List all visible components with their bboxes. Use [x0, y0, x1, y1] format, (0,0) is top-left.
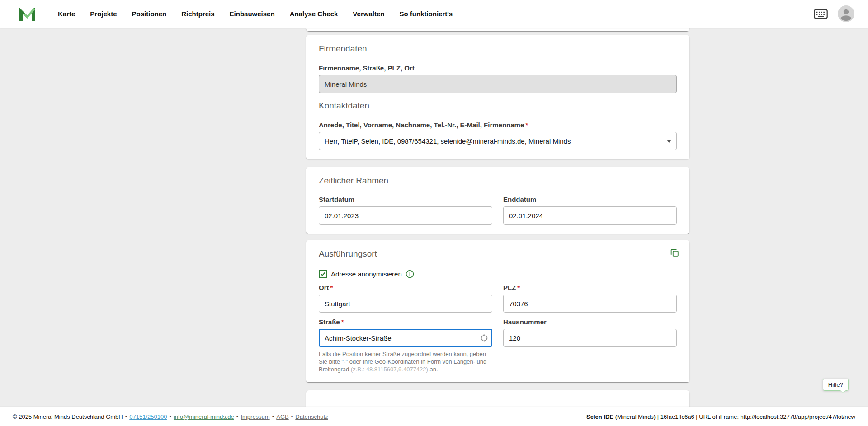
- company-input: [319, 75, 677, 93]
- nav-item-analyse-check[interactable]: Analyse Check: [290, 10, 338, 18]
- ort-label-text: Ort: [319, 284, 329, 291]
- info-icon[interactable]: [406, 270, 414, 278]
- section-title-firmendaten: Firmendaten: [319, 43, 677, 54]
- footer-impressum-link[interactable]: Impressum: [241, 413, 269, 420]
- hausnummer-label: Hausnummer: [503, 318, 677, 326]
- top-navigation: Karte Projekte Positionen Richtpreis Ein…: [0, 0, 868, 28]
- footer-ide-details: (Mineral Minds) | 16fae1ffc6a6 | URL of …: [613, 413, 855, 420]
- footer-separator: •: [272, 413, 274, 420]
- hausnummer-field: Hausnummer: [503, 318, 677, 347]
- enddatum-field: Enddatum: [503, 196, 677, 225]
- next-card-partial: [306, 390, 689, 407]
- divider: [319, 115, 677, 115]
- card-firmendaten: Firmendaten Firmenname, Straße, PLZ, Ort…: [306, 35, 689, 159]
- plz-input[interactable]: [503, 295, 677, 313]
- strasse-input[interactable]: [319, 329, 492, 347]
- nav-item-so-funktionierts[interactable]: So funktioniert's: [399, 10, 453, 18]
- section-title-kontaktdaten: Kontaktdaten: [319, 100, 677, 111]
- previous-card-partial: [306, 28, 689, 31]
- plz-field: PLZ*: [503, 284, 677, 313]
- nav-item-einbauweisen[interactable]: Einbauweisen: [230, 10, 275, 18]
- required-asterisk: *: [341, 318, 344, 326]
- help-button[interactable]: Hilfe?: [823, 379, 849, 391]
- section-title-ausfuehrungsort: Ausführungsort: [319, 248, 677, 259]
- strasse-label: Straße*: [319, 318, 492, 326]
- ort-input[interactable]: [319, 295, 492, 313]
- footer-separator: •: [125, 413, 127, 420]
- anonymize-label: Adresse anonymisieren: [331, 270, 402, 278]
- footer-separator: •: [236, 413, 239, 420]
- helper-text-part2: an.: [428, 366, 438, 373]
- card-ausfuehrungsort: Ausführungsort Adresse anonymisieren: [306, 240, 689, 382]
- plz-label: PLZ*: [503, 284, 677, 292]
- ort-label: Ort*: [319, 284, 492, 292]
- hausnummer-input[interactable]: [503, 329, 677, 347]
- footer-phone-link[interactable]: 07151/250100: [129, 413, 167, 420]
- footer: © 2025 Mineral Minds Deutschland GmbH • …: [0, 407, 868, 426]
- card-zeitlicher-rahmen: Zeitlicher Rahmen Startdatum Enddatum: [306, 167, 689, 234]
- helper-text-coords: (z.B.: 48.8115607,9.4077422): [351, 366, 428, 373]
- footer-agb-link[interactable]: AGB: [276, 413, 288, 420]
- strasse-field: Straße*: [319, 318, 492, 347]
- nav-item-verwalten[interactable]: Verwalten: [353, 10, 384, 18]
- footer-ide-name: Selen IDE: [586, 413, 613, 420]
- footer-separator: •: [291, 413, 293, 420]
- divider: [319, 190, 677, 190]
- footer-separator: •: [169, 413, 171, 420]
- startdatum-input[interactable]: [319, 206, 492, 225]
- startdatum-field: Startdatum: [319, 196, 492, 225]
- startdatum-label: Startdatum: [319, 196, 492, 204]
- copy-icon[interactable]: [670, 248, 679, 259]
- contact-select[interactable]: Herr, TitelP, Selen, IDE, 0987/654321, s…: [319, 132, 677, 150]
- strasse-label-text: Straße: [319, 318, 340, 326]
- enddatum-label: Enddatum: [503, 196, 677, 204]
- enddatum-input[interactable]: [503, 206, 677, 225]
- footer-ide-info: Selen IDE (Mineral Minds) | 16fae1ffc6a6…: [586, 413, 855, 420]
- nav-item-karte[interactable]: Karte: [58, 10, 75, 18]
- nav-item-richtpreis[interactable]: Richtpreis: [181, 10, 214, 18]
- keyboard-icon[interactable]: [814, 9, 828, 19]
- form-column: Firmendaten Firmenname, Straße, PLZ, Ort…: [306, 28, 689, 407]
- required-asterisk: *: [517, 284, 520, 291]
- contact-select-value: Herr, TitelP, Selen, IDE, 0987/654321, s…: [325, 137, 571, 145]
- footer-email-link[interactable]: info@mineral-minds.de: [174, 413, 234, 420]
- chevron-down-icon: [667, 140, 671, 143]
- divider: [319, 263, 677, 263]
- plz-label-text: PLZ: [503, 284, 516, 291]
- nav-item-positionen[interactable]: Positionen: [132, 10, 167, 18]
- divider: [319, 58, 677, 58]
- main-content: Firmendaten Firmenname, Straße, PLZ, Ort…: [0, 28, 868, 407]
- ort-field: Ort*: [319, 284, 492, 313]
- contact-field-label: Anrede, Titel, Vorname, Nachname, Tel.-N…: [319, 121, 677, 129]
- footer-copyright: © 2025 Mineral Minds Deutschland GmbH: [13, 413, 123, 420]
- strasse-helper-text: Falls die Position keiner Straße zugeord…: [319, 350, 492, 373]
- section-title-zeitraum: Zeitlicher Rahmen: [319, 175, 677, 186]
- nav-right-actions: [814, 5, 854, 22]
- company-field-label: Firmenname, Straße, PLZ, Ort: [319, 64, 677, 72]
- nav-menu: Karte Projekte Positionen Richtpreis Ein…: [58, 10, 453, 18]
- required-asterisk: *: [330, 284, 333, 291]
- loading-spinner-icon: [480, 334, 488, 342]
- nav-item-projekte[interactable]: Projekte: [90, 10, 117, 18]
- anonymize-checkbox[interactable]: [319, 270, 327, 278]
- contact-label-text: Anrede, Titel, Vorname, Nachname, Tel.-N…: [319, 121, 524, 129]
- mineral-minds-logo-icon[interactable]: [18, 6, 36, 22]
- user-avatar[interactable]: [838, 5, 854, 22]
- footer-datenschutz-link[interactable]: Datenschutz: [295, 413, 328, 420]
- required-asterisk: *: [525, 121, 528, 129]
